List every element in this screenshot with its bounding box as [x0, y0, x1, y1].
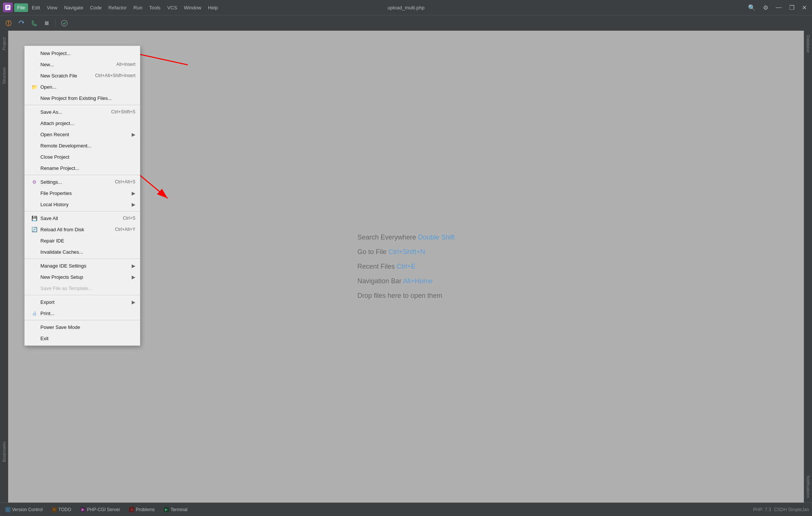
svg-rect-4	[45, 21, 49, 25]
print-icon: 🖨	[31, 309, 38, 317]
scratch-icon	[31, 72, 38, 79]
menu-new[interactable]: New... Alt+Insert	[25, 59, 140, 70]
menu-power-save[interactable]: Power Save Mode	[25, 321, 140, 333]
menu-refactor[interactable]: Refactor	[105, 3, 130, 12]
divider-2	[25, 175, 140, 175]
hint-search-everywhere: Search Everywhere Double Shift	[357, 233, 454, 241]
status-tab-todo[interactable]: ≡ TODO	[49, 506, 73, 513]
menu-run[interactable]: Run	[131, 3, 145, 12]
todo-icon: ≡	[52, 507, 57, 512]
menu-repair-ide[interactable]: Repair IDE	[25, 235, 140, 246]
svg-point-5	[61, 20, 67, 26]
main-container: Project Structure Bookmarks Search Every…	[0, 31, 812, 503]
status-bar: ↕ Version Control ≡ TODO ▶ PHP-CGI Serve…	[0, 503, 812, 516]
menu-attach-project[interactable]: Attach project...	[25, 117, 140, 129]
structure-label[interactable]: Structure	[1, 64, 7, 87]
close-project-icon	[31, 153, 38, 161]
toolbar-stop-icon[interactable]	[41, 18, 52, 29]
menu-new-projects-setup[interactable]: New Projects Setup ▶	[25, 271, 140, 283]
toolbar-phone-icon[interactable]	[28, 18, 40, 29]
rename-icon	[31, 164, 38, 172]
menu-new-project-existing[interactable]: New Project from Existing Files...	[25, 92, 140, 104]
file-props-icon	[31, 189, 38, 197]
menu-save-as[interactable]: Save As... Ctrl+Shift+S	[25, 106, 140, 117]
menu-reload-disk[interactable]: 🔄 Reload All from Disk Ctrl+Alt+Y	[25, 224, 140, 235]
menu-file-properties[interactable]: File Properties ▶	[25, 187, 140, 199]
status-bar-right: PHP: 7.3 CSDH SimpleJan	[753, 507, 809, 512]
menu-print[interactable]: 🖨 Print...	[25, 308, 140, 319]
menu-exit[interactable]: Exit	[25, 333, 140, 344]
menu-close-project[interactable]: Close Project	[25, 151, 140, 162]
export-icon	[31, 298, 38, 306]
toolbar-debug-icon[interactable]	[3, 18, 14, 29]
window-controls: 🔍 ⚙ — ❐ ✕	[746, 3, 809, 12]
existing-files-icon	[31, 94, 38, 102]
menu-invalidate-caches[interactable]: Invalidate Caches...	[25, 246, 140, 257]
bookmarks-label[interactable]: Bookmarks	[1, 439, 7, 465]
menu-file[interactable]: File	[14, 3, 28, 12]
menu-tools[interactable]: Tools	[146, 3, 163, 12]
menu-remote-development[interactable]: Remote Development...	[25, 140, 140, 151]
content-hints: Search Everywhere Double Shift Go to Fil…	[357, 233, 454, 300]
menu-view[interactable]: View	[44, 3, 60, 12]
search-icon[interactable]: 🔍	[746, 3, 758, 12]
right-sidebar: Database Notifications	[804, 31, 812, 503]
divider-6	[25, 320, 140, 320]
svg-text:P: P	[7, 6, 9, 10]
new-project-icon	[31, 49, 38, 57]
new-projects-icon	[31, 273, 38, 281]
minimize-button[interactable]: —	[773, 3, 784, 12]
menu-save-all[interactable]: 💾 Save All Ctrl+S	[25, 213, 140, 224]
settings-icon[interactable]: ⚙	[761, 3, 770, 12]
menu-new-project[interactable]: New Project...	[25, 48, 140, 59]
hint-goto-file: Go to File Ctrl+Shift+N	[357, 248, 425, 256]
left-panel-labels: Project Structure Bookmarks	[0, 31, 8, 503]
status-tab-version-control[interactable]: ↕ Version Control	[3, 506, 45, 513]
menu-open-recent[interactable]: Open Recent ▶	[25, 129, 140, 140]
cache-icon	[31, 248, 38, 256]
new-icon	[31, 61, 38, 68]
menu-local-history[interactable]: Local History ▶	[25, 199, 140, 210]
menu-manage-ide[interactable]: Manage IDE Settings ▶	[25, 260, 140, 271]
content-area: Search Everywhere Double Shift Go to Fil…	[8, 31, 804, 503]
status-tab-terminal[interactable]: ▶ Terminal	[162, 506, 190, 513]
menu-edit[interactable]: Edit	[29, 3, 43, 12]
maximize-button[interactable]: ❐	[787, 3, 797, 12]
menu-vcs[interactable]: VCS	[164, 3, 180, 12]
remote-icon	[31, 142, 38, 149]
export-arrow: ▶	[132, 299, 135, 305]
hint-navigation-bar: Navigation Bar Alt+Home	[357, 277, 433, 285]
toolbar-reload-icon[interactable]	[16, 18, 27, 29]
save-all-icon: 💾	[31, 214, 38, 222]
window-title: upload_multi.php	[387, 5, 425, 10]
divider-5	[25, 295, 140, 295]
app-logo: P	[3, 3, 13, 12]
close-button[interactable]: ✕	[800, 3, 809, 12]
toolbar-coverage-icon[interactable]	[59, 18, 70, 29]
menu-open[interactable]: 📁 Open...	[25, 81, 140, 92]
menu-rename-project[interactable]: Rename Project...	[25, 162, 140, 174]
new-projects-arrow: ▶	[132, 274, 135, 280]
status-extra-info: CSDH SimpleJan	[774, 507, 809, 512]
menu-code[interactable]: Code	[87, 3, 105, 12]
php-cgi-icon: ▶	[80, 507, 86, 512]
project-label[interactable]: Project	[1, 34, 7, 53]
exit-icon	[31, 335, 38, 342]
divider-4	[25, 259, 140, 259]
terminal-icon: ▶	[164, 507, 169, 512]
divider-1	[25, 105, 140, 105]
local-history-arrow: ▶	[132, 202, 135, 207]
menu-new-scratch-file[interactable]: New Scratch File Ctrl+Alt+Shift+Insert	[25, 70, 140, 81]
notifications-label[interactable]: Notifications	[805, 473, 811, 501]
menu-settings[interactable]: ⚙ Settings... Ctrl+Alt+S	[25, 176, 140, 187]
menu-navigate[interactable]: Navigate	[61, 3, 86, 12]
menu-save-template: Save File as Template...	[25, 283, 140, 294]
power-save-icon	[31, 323, 38, 331]
menu-window[interactable]: Window	[181, 3, 204, 12]
database-label[interactable]: Database	[805, 32, 811, 56]
title-bar: P File Edit View Navigate Code Refactor …	[0, 0, 812, 15]
menu-help[interactable]: Help	[205, 3, 221, 12]
menu-export[interactable]: Export ▶	[25, 296, 140, 308]
status-tab-php-cgi[interactable]: ▶ PHP-CGI Server	[78, 506, 123, 513]
status-tab-problems[interactable]: ⚠ Problems	[127, 506, 157, 513]
